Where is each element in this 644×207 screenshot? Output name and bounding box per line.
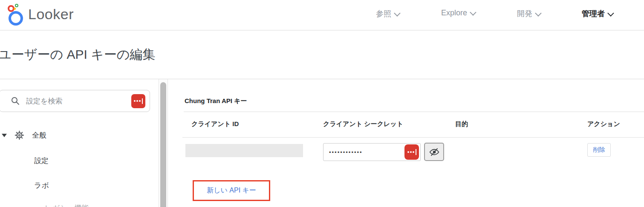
- nav-admin-label: 管理者: [582, 9, 605, 19]
- chevron-down-icon: [607, 10, 614, 17]
- logo-yellow-dot: [14, 8, 16, 10]
- section-title: Chung Tran API キー: [185, 97, 247, 105]
- sidebar-scrollbar-thumb[interactable]: [160, 82, 166, 207]
- column-header-purpose: 目的: [455, 120, 468, 128]
- expand-triangle-icon[interactable]: [2, 134, 7, 137]
- sidebar-item-legacy-features[interactable]: レガシー機能: [45, 203, 89, 207]
- logo-blue-ring: [9, 11, 23, 26]
- client-id-redacted-value: [185, 144, 303, 157]
- client-secret-masked-value: ••••••••••••: [329, 149, 404, 155]
- column-header-client-id: クライアント ID: [191, 120, 239, 128]
- search-placeholder-text: 設定を検索: [26, 96, 131, 106]
- sidebar-item-settings[interactable]: 設定: [34, 156, 49, 166]
- sidebar-item-labs[interactable]: ラボ: [34, 181, 49, 190]
- chevron-down-icon: [394, 10, 401, 17]
- section-divider: [184, 112, 644, 112]
- delete-key-button[interactable]: 削除: [587, 143, 611, 157]
- nav-admin[interactable]: 管理者: [582, 9, 612, 19]
- sidebar-item-legacy-features-label: レガシー機能: [45, 203, 89, 207]
- chevron-down-icon: [535, 10, 542, 17]
- client-secret-field[interactable]: ••••••••••••: [323, 143, 421, 161]
- nav-develop[interactable]: 開発: [517, 9, 540, 19]
- column-header-client-secret: クライアント シークレット: [323, 120, 403, 128]
- nav-explore-label: Explore: [441, 9, 467, 17]
- looker-logo-icon: [7, 3, 26, 25]
- content-divider: [0, 79, 644, 79]
- sidebar-item-general[interactable]: 全般: [2, 130, 46, 140]
- password-manager-icon[interactable]: [404, 144, 419, 160]
- nav-explore[interactable]: Explore: [441, 9, 475, 17]
- new-api-key-button[interactable]: 新しい API キー: [207, 186, 256, 195]
- page-title: ユーザーの API キーの編集: [0, 46, 156, 63]
- sidebar-item-general-label: 全般: [32, 130, 46, 140]
- sidebar-item-labs-label: ラボ: [34, 181, 49, 190]
- looker-logo[interactable]: Looker: [7, 3, 74, 25]
- password-manager-icon[interactable]: [131, 94, 145, 108]
- settings-search-input[interactable]: 設定を検索: [0, 90, 150, 112]
- sidebar-item-settings-label: 設定: [34, 156, 49, 166]
- new-api-key-highlight-box: 新しい API キー: [193, 180, 270, 201]
- eye-slash-icon: [429, 147, 440, 158]
- table-header-divider: [182, 137, 644, 138]
- delete-key-label: 削除: [593, 146, 605, 154]
- search-icon: [11, 96, 20, 106]
- nav-browse-label: 参照: [376, 9, 391, 19]
- chevron-down-icon: [470, 9, 477, 16]
- reveal-secret-button[interactable]: [424, 143, 444, 161]
- nav-browse[interactable]: 参照: [376, 9, 399, 19]
- looker-admin-page: Looker 参照 Explore 開発 管理者 ユーザーの API キーの編集…: [0, 0, 644, 207]
- gear-icon: [14, 130, 24, 140]
- nav-develop-label: 開発: [517, 9, 532, 19]
- top-header: Looker 参照 Explore 開発 管理者: [0, 0, 644, 30]
- logo-text: Looker: [28, 6, 74, 23]
- header-divider: [0, 30, 644, 31]
- column-header-actions: アクション: [587, 120, 620, 128]
- logo-green-ring: [15, 4, 18, 7]
